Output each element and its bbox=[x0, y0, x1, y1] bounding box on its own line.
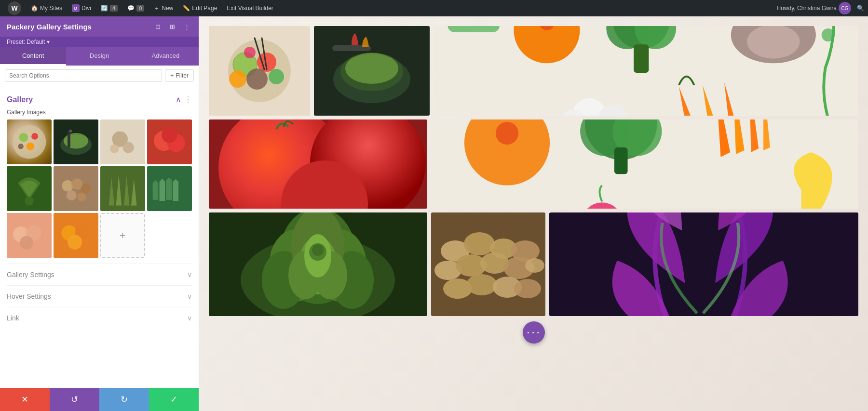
admin-bar: W 🏠 My Sites D Divi 🔄 4 💬 0 ＋ New ✏️ Edi… bbox=[0, 0, 868, 16]
gallery-canvas-item-4[interactable] bbox=[209, 119, 427, 209]
my-sites-link[interactable]: 🏠 My Sites bbox=[27, 0, 66, 16]
tab-design[interactable]: Design bbox=[66, 47, 132, 66]
gallery-canvas-item-2[interactable] bbox=[314, 26, 430, 116]
gallery-image-2[interactable] bbox=[54, 119, 98, 164]
comments-icon: 💬 bbox=[127, 5, 135, 12]
gallery-image-10[interactable] bbox=[54, 213, 98, 258]
svg-rect-59 bbox=[634, 44, 649, 73]
svg-point-1 bbox=[19, 133, 28, 142]
exit-builder-label: Exit Visual Builder bbox=[227, 5, 273, 12]
svg-point-40 bbox=[246, 68, 268, 90]
gallery-canvas-item-6[interactable] bbox=[209, 212, 427, 316]
new-link[interactable]: ＋ New bbox=[150, 0, 177, 16]
layout-icon[interactable]: ⊞ bbox=[167, 21, 177, 32]
tab-advanced[interactable]: Advanced bbox=[133, 47, 199, 66]
svg-point-105 bbox=[466, 274, 497, 295]
action-bar: ✕ ↺ ↻ ✓ bbox=[0, 388, 199, 411]
comments-link[interactable]: 💬 0 bbox=[123, 0, 148, 16]
gallery-image-5-preview bbox=[7, 166, 52, 211]
main-layout: Packery Gallery Settings ⊡ ⊞ ⋮ Preset: D… bbox=[0, 16, 868, 411]
fab-icon: • • • bbox=[527, 330, 540, 335]
more-icon[interactable]: ⋮ bbox=[181, 21, 192, 32]
sidebar-header-icons: ⊡ ⊞ ⋮ bbox=[152, 21, 192, 32]
cancel-icon: ✕ bbox=[21, 394, 28, 405]
gallery-image-8-preview bbox=[147, 166, 192, 211]
svg-point-43 bbox=[244, 47, 256, 58]
section-menu-icon[interactable]: ⋮ bbox=[184, 95, 192, 104]
gallery-canvas-item-7[interactable] bbox=[431, 212, 545, 316]
edit-icon: ✏️ bbox=[183, 5, 190, 12]
svg-point-61 bbox=[747, 26, 800, 59]
tab-content-label: Content bbox=[22, 52, 44, 59]
gallery-images-label: Gallery Images bbox=[7, 109, 192, 116]
admin-bar-right: Howdy, Christina Gwira CG 🔍 bbox=[777, 2, 864, 14]
edit-page-link[interactable]: ✏️ Edit Page bbox=[179, 0, 221, 16]
svg-point-24 bbox=[67, 190, 77, 200]
updates-icon: 🔄 bbox=[101, 5, 108, 12]
undo-button[interactable]: ↺ bbox=[50, 388, 99, 411]
edit-page-label: Edit Page bbox=[192, 5, 217, 12]
add-image-button[interactable]: + bbox=[100, 213, 145, 258]
link-header[interactable]: Link ∨ bbox=[7, 314, 192, 322]
gallery-canvas-item-8[interactable] bbox=[549, 212, 858, 316]
filter-button[interactable]: + Filter bbox=[165, 69, 194, 82]
gallery-image-5[interactable] bbox=[7, 166, 52, 211]
my-sites-label: My Sites bbox=[40, 5, 62, 12]
preset-bar[interactable]: Preset: Default ▾ bbox=[0, 37, 199, 47]
gallery-row-3 bbox=[209, 212, 858, 316]
save-button[interactable]: ✓ bbox=[149, 388, 199, 411]
gallery-image-8[interactable] bbox=[147, 166, 192, 211]
gallery-canvas-item-5[interactable] bbox=[431, 119, 858, 209]
svg-point-17 bbox=[162, 127, 177, 143]
search-bar: + Filter bbox=[0, 66, 199, 86]
filter-label: Filter bbox=[176, 72, 189, 79]
gallery-image-6[interactable] bbox=[54, 166, 98, 211]
gallery-image-4[interactable] bbox=[147, 119, 192, 164]
svg-point-12 bbox=[123, 142, 134, 153]
hover-settings-arrow-icon: ∨ bbox=[187, 292, 192, 300]
gallery-canvas-item-3[interactable] bbox=[434, 26, 858, 116]
svg-point-25 bbox=[77, 193, 86, 202]
svg-point-41 bbox=[229, 70, 246, 88]
gallery-image-3[interactable] bbox=[100, 119, 145, 164]
exit-builder-link[interactable]: Exit Visual Builder bbox=[223, 0, 277, 16]
gallery-image-10-preview bbox=[54, 213, 98, 258]
resize-icon[interactable]: ⊡ bbox=[152, 21, 163, 32]
gallery-image-7[interactable] bbox=[100, 166, 145, 211]
gallery-settings-header[interactable]: Gallery Settings ∨ bbox=[7, 271, 192, 278]
redo-button[interactable]: ↻ bbox=[99, 388, 149, 411]
svg-point-73 bbox=[496, 122, 518, 145]
search-icon[interactable]: 🔍 bbox=[857, 5, 864, 12]
gallery-settings-title: Gallery Settings bbox=[7, 271, 54, 278]
gallery-canvas-item-1[interactable] bbox=[209, 26, 310, 116]
undo-icon: ↺ bbox=[71, 394, 78, 405]
gallery-settings-section: Gallery Settings ∨ bbox=[7, 264, 192, 285]
gallery-image-1[interactable] bbox=[7, 119, 52, 164]
filter-icon: + bbox=[170, 72, 174, 79]
main-content: • • • bbox=[199, 16, 868, 411]
svg-point-93 bbox=[312, 244, 324, 256]
tab-content[interactable]: Content bbox=[0, 47, 66, 66]
preset-chevron-icon: ▾ bbox=[47, 39, 50, 45]
gallery-canvas bbox=[199, 16, 868, 411]
floating-action-button[interactable]: • • • bbox=[523, 321, 545, 344]
image-grid: + bbox=[7, 119, 192, 258]
svg-point-21 bbox=[62, 180, 73, 191]
divi-label: Divi bbox=[81, 5, 91, 12]
divi-link[interactable]: D Divi bbox=[68, 0, 95, 16]
section-collapse-icon[interactable]: ∧ bbox=[176, 95, 181, 104]
search-input[interactable] bbox=[5, 69, 162, 82]
svg-point-96 bbox=[464, 232, 495, 255]
svg-point-22 bbox=[71, 179, 82, 190]
cancel-button[interactable]: ✕ bbox=[0, 388, 50, 411]
svg-point-35 bbox=[68, 235, 82, 249]
gallery-image-9[interactable] bbox=[7, 213, 52, 258]
user-avatar[interactable]: CG bbox=[839, 2, 851, 14]
hover-settings-header[interactable]: Hover Settings ∨ bbox=[7, 292, 192, 300]
wp-logo-icon: W bbox=[8, 1, 21, 15]
gallery-row-1 bbox=[209, 26, 858, 116]
sidebar: Packery Gallery Settings ⊡ ⊞ ⋮ Preset: D… bbox=[0, 16, 199, 411]
updates-link[interactable]: 🔄 4 bbox=[97, 0, 122, 16]
save-icon: ✓ bbox=[170, 394, 177, 405]
wp-logo-link[interactable]: W bbox=[4, 0, 25, 16]
